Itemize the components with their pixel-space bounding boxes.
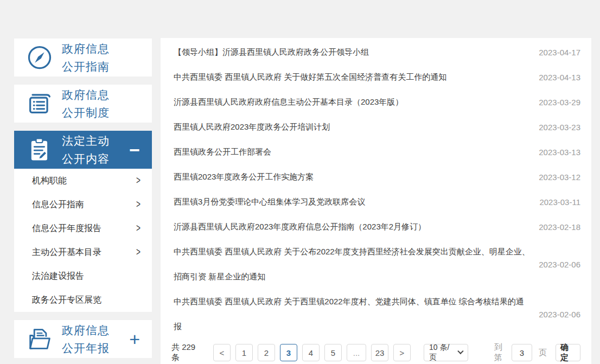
page-button-2[interactable]: 2: [258, 344, 275, 361]
article-date: 2023-03-11: [539, 197, 580, 207]
article-date: 2023-02-06: [539, 310, 580, 319]
submenu-item-basic-catalog[interactable]: 主动公开基本目录 >: [14, 240, 152, 264]
page-button-3-active[interactable]: 3: [280, 344, 297, 361]
article-title[interactable]: 西里镇人民政府2023年度政务公开培训计划: [171, 114, 531, 139]
goto-page-input[interactable]: [512, 344, 532, 361]
article-row[interactable]: 西里镇人民政府2023年度政务公开培训计划 2023-03-23: [171, 114, 580, 139]
confirm-button[interactable]: 确定: [556, 344, 580, 361]
article-title[interactable]: 西里镇2023年度政务公开工作实施方案: [171, 164, 531, 189]
chevron-right-icon: >: [136, 222, 141, 235]
submenu-item-label: 法治建设报告: [32, 271, 141, 282]
prev-page-button[interactable]: <: [213, 344, 231, 361]
article-date: 2023-03-29: [539, 98, 580, 107]
page-size-select[interactable]: 10 条/页: [424, 344, 468, 361]
compass-icon: [25, 43, 54, 72]
ledger-icon: [25, 89, 54, 118]
page-button-5[interactable]: 5: [324, 344, 342, 361]
pagination-bar: 共 229 条 < 1 2 3 4 5 ... 23 > 10 条/页 到第 页…: [171, 344, 580, 361]
submenu-item-org-functions[interactable]: 机构职能 >: [14, 169, 152, 193]
article-date: 2023-02-18: [539, 222, 580, 232]
submenu-item-label: 机构职能: [32, 175, 136, 187]
sidebar-item-gov-info-system[interactable]: 政府信息公开制度: [14, 85, 152, 123]
article-row[interactable]: 西里镇3月份党委理论中心组集体学习及党政联席会议 2023-03-11: [171, 189, 580, 214]
article-title[interactable]: 沂源县西里镇人民政府政府信息主动公开基本目录（2023年版）: [171, 90, 531, 114]
submenu-item-label: 信息公开年度报告: [32, 223, 136, 234]
sidebar-item-gov-info-guide[interactable]: 政府信息公开指南: [14, 39, 152, 76]
article-row[interactable]: 中共西里镇委 西里镇人民政府 关于西里镇2022年度村、党建共同体、镇直单位 综…: [171, 289, 580, 339]
submenu-item-annual-report[interactable]: 信息公开年度报告 >: [14, 216, 152, 240]
chevron-right-icon: >: [136, 246, 141, 259]
article-row[interactable]: 沂源县西里镇人民政府政府信息主动公开基本目录（2023年版） 2023-03-2…: [171, 90, 580, 114]
article-title[interactable]: 沂源县西里镇人民政府2023年度政府信息公开指南（2023年2月修订）: [171, 214, 531, 239]
goto-label-before: 到第: [494, 342, 505, 363]
chevron-down-icon: [458, 348, 464, 354]
article-date: 2023-03-23: [539, 123, 580, 132]
sidebar: 政府信息公开指南 政府信息公开制度: [14, 39, 152, 364]
sidebar-item-label: 法定主动公开内容: [62, 132, 112, 168]
chevron-right-icon: >: [136, 199, 141, 211]
page-size-value: 10 条/页: [429, 343, 455, 362]
article-date: 2023-02-06: [539, 260, 580, 269]
article-title[interactable]: 西里镇3月份党委理论中心组集体学习及党政联席会议: [171, 189, 532, 214]
total-count: 共 229 条: [171, 342, 203, 363]
article-list-panel: 【领导小组】沂源县西里镇人民政府政务公开领导小组 2023-04-17 中共西里…: [161, 38, 591, 364]
article-row[interactable]: 中共西里镇委 西里镇人民政府 关于公布2022年度支持西里经济社会发展突出贡献企…: [171, 239, 580, 289]
article-title[interactable]: 中共西里镇委 西里镇人民政府 关于公布2022年度支持西里经济社会发展突出贡献企…: [171, 239, 531, 289]
page: 政府信息公开指南 政府信息公开制度: [0, 0, 600, 364]
submenu-item-rule-of-law-report[interactable]: 法治建设报告: [14, 264, 152, 288]
clipboard-pencil-icon: [25, 135, 54, 164]
submenu-item-info-guide[interactable]: 信息公开指南 >: [14, 193, 152, 216]
sidebar-submenu: 机构职能 > 信息公开指南 > 信息公开年度报告 > 主动公开基本目录 > 法治…: [14, 169, 152, 312]
submenu-item-label: 主动公开基本目录: [32, 247, 136, 258]
chevron-right-icon: >: [136, 175, 141, 187]
sidebar-item-label: 政府信息公开指南: [62, 40, 112, 75]
article-title[interactable]: 中共西里镇委 西里镇人民政府 关于做好第五次全国经济普查有关工作的通知: [171, 65, 531, 90]
sidebar-item-label: 政府信息公开年报: [62, 321, 112, 357]
folder-icon: [25, 324, 54, 354]
page-button-23[interactable]: 23: [371, 344, 388, 361]
article-row[interactable]: 西里镇2023年度政务公开工作实施方案 2023-03-12: [171, 164, 580, 189]
expand-icon[interactable]: +: [112, 330, 152, 348]
article-date: 2023-04-13: [539, 73, 580, 82]
collapse-icon[interactable]: −: [112, 141, 152, 159]
page-ellipsis-button[interactable]: ...: [347, 344, 366, 361]
article-date: 2023-03-13: [539, 148, 580, 157]
page-button-1[interactable]: 1: [235, 344, 253, 361]
sidebar-item-gov-info-annual-report[interactable]: 政府信息公开年报 +: [14, 320, 152, 358]
article-row[interactable]: 沂源县西里镇人民政府2023年度政府信息公开指南（2023年2月修订） 2023…: [171, 214, 580, 239]
article-date: 2023-04-17: [539, 48, 580, 57]
article-date: 2023-03-12: [539, 173, 580, 182]
page-button-4[interactable]: 4: [302, 344, 320, 361]
article-title[interactable]: 西里镇政务公开工作部署会: [171, 139, 531, 164]
sidebar-item-statutory-disclosure[interactable]: 法定主动公开内容 −: [14, 131, 152, 169]
submenu-item-label: 信息公开指南: [32, 199, 136, 210]
submenu-item-label: 政务公开专区展览: [32, 295, 141, 306]
article-title[interactable]: 中共西里镇委 西里镇人民政府 关于西里镇2022年度村、党建共同体、镇直单位 综…: [171, 289, 531, 339]
article-row[interactable]: 【领导小组】沂源县西里镇人民政府政务公开领导小组 2023-04-17: [171, 40, 580, 65]
goto-label-after: 页: [539, 348, 547, 358]
next-page-button[interactable]: >: [393, 344, 411, 361]
goto-page-group: 到第 页 确定: [494, 342, 580, 363]
article-title[interactable]: 【领导小组】沂源县西里镇人民政府政务公开领导小组: [171, 40, 531, 65]
submenu-item-open-gov-zone[interactable]: 政务公开专区展览: [14, 288, 152, 312]
article-row[interactable]: 西里镇政务公开工作部署会 2023-03-13: [171, 139, 580, 164]
sidebar-item-label: 政府信息公开制度: [62, 86, 112, 122]
article-row[interactable]: 中共西里镇委 西里镇人民政府 关于做好第五次全国经济普查有关工作的通知 2023…: [171, 65, 580, 90]
